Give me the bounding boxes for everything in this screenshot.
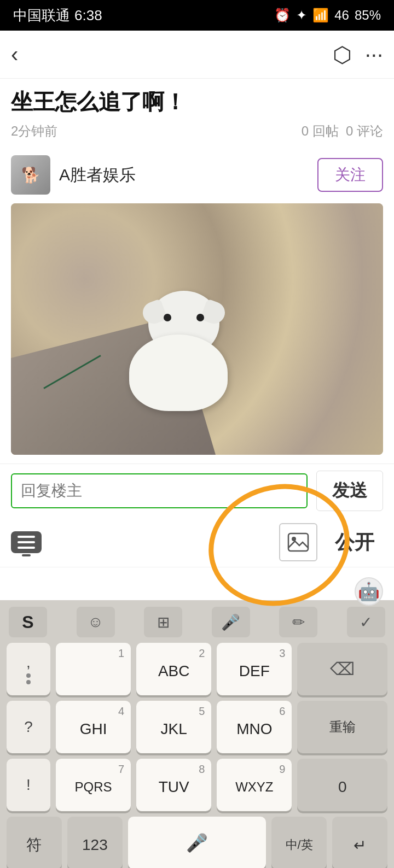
svg-point-4 (292, 537, 296, 541)
key-1[interactable]: 1 (56, 643, 131, 695)
dog-ear-right (200, 298, 228, 326)
time-ago: 2分钟前 (11, 122, 57, 140)
backspace-key[interactable]: ⌫ (297, 643, 387, 695)
key-5-jkl[interactable]: 5 JKL (136, 701, 211, 753)
handwrite-icon[interactable]: ✏ (279, 607, 317, 637)
back-button[interactable]: ‹ (11, 42, 18, 67)
dot2 (26, 680, 31, 684)
more-icon[interactable]: ··· (365, 42, 383, 67)
key-7-pqrs[interactable]: 7 PQRS (56, 759, 131, 811)
keyboard-area: S ☺ ⊞ 🎤 ✏ ✓ , 1 2 ABC 3 DEF (0, 600, 394, 868)
emoji-icon[interactable]: ☺ (77, 607, 115, 637)
nav-right: ⬡ ··· (333, 42, 383, 67)
article-meta: 2分钟前 0 回帖 0 评论 (11, 122, 383, 140)
key-9-wxyz[interactable]: 9 WXYZ (217, 759, 292, 811)
collapse-keyboard-button[interactable]: ✓ (347, 607, 385, 637)
toolbar-row: 公开 (0, 518, 394, 567)
svg-rect-2 (18, 547, 35, 549)
author-row: 🐕 A胜者娱乐 关注 (0, 155, 394, 203)
dot1 (26, 673, 31, 678)
wifi-icon: 📶 (312, 8, 329, 23)
time-text: 6:38 (74, 7, 102, 24)
key-8-tuv[interactable]: 8 TUV (136, 759, 211, 811)
key-0[interactable]: 0 (297, 759, 387, 811)
svg-rect-0 (18, 536, 35, 538)
send-button[interactable]: 发送 (316, 471, 383, 511)
post-image (11, 203, 383, 455)
key-3-def[interactable]: 3 DEF (217, 643, 292, 695)
dog-eye-left (164, 314, 171, 321)
lang-switch-key[interactable]: 中/英 (271, 817, 327, 868)
keyboard-rows: , 1 2 ABC 3 DEF ⌫ ? (4, 643, 390, 868)
follow-button[interactable]: 关注 (317, 158, 383, 192)
keyboard-top-row: S ☺ ⊞ 🎤 ✏ ✓ (4, 607, 390, 643)
bookmark-icon[interactable]: ⬡ (333, 42, 352, 67)
nav-bar: ‹ ⬡ ··· (0, 31, 394, 79)
dog (118, 291, 250, 411)
sogou-icon[interactable]: S (9, 607, 47, 637)
svg-rect-1 (18, 541, 35, 543)
mic-icon[interactable]: 🎤 (212, 607, 250, 637)
dog-eye-right (196, 314, 204, 321)
status-left: 中国联通 6:38 (13, 6, 102, 25)
key-4-ghi[interactable]: 4 GHI (56, 701, 131, 753)
keyboard-toggle-button[interactable] (11, 531, 42, 553)
article-title: 坐王怎么追了啊！ (11, 87, 383, 116)
key-row-2: ? 4 GHI 5 JKL 6 MNO 重输 (7, 701, 387, 753)
toolbar-annotation: 公开 🤖 (0, 518, 394, 600)
carrier-text: 中国联通 (13, 6, 70, 25)
author-name: A胜者娱乐 (59, 164, 309, 186)
public-button[interactable]: 公开 (326, 525, 383, 560)
key-2-abc[interactable]: 2 ABC (136, 643, 211, 695)
key-row-3: ! 7 PQRS 8 TUV 9 WXYZ 0 (7, 759, 387, 811)
signal-icon: 46 (334, 8, 349, 23)
exclaim-key[interactable]: ! (7, 759, 50, 811)
question-key[interactable]: ? (7, 701, 50, 753)
reply-input[interactable] (11, 473, 308, 508)
dog-body (129, 335, 228, 411)
article-header: 坐王怎么追了啊！ 2分钟前 0 回帖 0 评论 (0, 79, 394, 155)
keyboard-icon (18, 536, 35, 549)
avatar: 🐕 (11, 155, 50, 195)
image-picker-button[interactable] (279, 523, 317, 561)
nav-left: ‹ (11, 42, 18, 67)
key-row-4: 符 123 🎤 中/英 ↵ (7, 817, 387, 868)
reply-area: 发送 (0, 464, 394, 518)
reply-comment-count: 0 回帖 0 评论 (302, 122, 383, 140)
bluetooth-icon: ✦ (296, 8, 307, 23)
dog-scene (11, 203, 383, 455)
enter-key[interactable]: ↵ (332, 817, 387, 868)
alarm-icon: ⏰ (274, 8, 291, 23)
reset-key[interactable]: 重输 (297, 701, 387, 753)
number-mode-key[interactable]: 123 (67, 817, 123, 868)
image-icon (287, 532, 309, 552)
dog-ear-left (140, 298, 167, 326)
grid-icon[interactable]: ⊞ (144, 607, 182, 637)
symbol-key[interactable]: 符 (7, 817, 62, 868)
avatar-image: 🐕 (11, 155, 50, 195)
battery-text: 85% (355, 8, 381, 23)
status-right: ⏰ ✦ 📶 46 85% (274, 8, 381, 23)
robot-emoji: 🤖 (355, 577, 383, 606)
key-row-1: , 1 2 ABC 3 DEF ⌫ (7, 643, 387, 695)
voice-key[interactable]: 🎤 (128, 817, 266, 868)
key-6-mno[interactable]: 6 MNO (217, 701, 292, 753)
comma-key[interactable]: , (7, 643, 50, 695)
status-bar: 中国联通 6:38 ⏰ ✦ 📶 46 85% (0, 0, 394, 31)
svg-rect-3 (288, 533, 308, 551)
